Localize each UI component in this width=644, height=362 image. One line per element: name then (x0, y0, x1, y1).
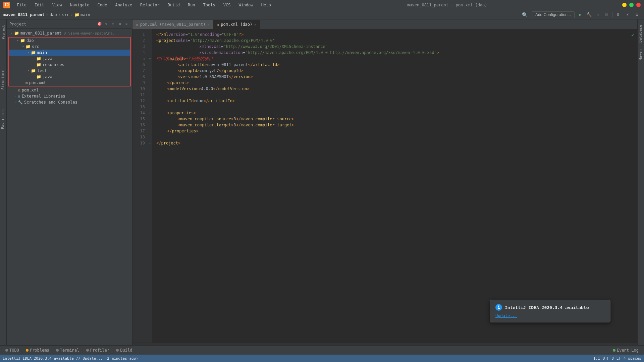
tree-item-parent-pom[interactable]: › m pom.xml (7, 87, 132, 93)
status-bar: IntelliJ IDEA 2020.3.4 available // Upda… (0, 355, 644, 362)
tree-label-test: test (37, 68, 47, 73)
gear-icon[interactable]: ⚙ (633, 11, 641, 18)
tree-item-test-java[interactable]: › 📁 java (9, 74, 130, 80)
tree-item-dao[interactable]: ▾ 📁 dao (9, 38, 130, 44)
structure-panel-tab[interactable]: Structure (0, 68, 6, 91)
tree-item-java[interactable]: › 📁 java (9, 56, 130, 62)
code-line-8: <version>1.0-SNAPSHOT</version> (156, 74, 627, 80)
collapse-all-icon[interactable]: ⊟ (110, 21, 116, 27)
stop-button[interactable]: ⏹ (603, 11, 610, 18)
tree-item-resources[interactable]: › 📁 resources (9, 62, 130, 68)
problems-tab[interactable]: Problems (23, 347, 52, 353)
tree-item-main[interactable]: ▾ 📁 main (9, 50, 130, 56)
build-button[interactable]: 🔨 (585, 11, 593, 18)
breadcrumb-dao[interactable]: dao (50, 12, 57, 17)
locate-icon[interactable]: 🎯 (97, 21, 103, 27)
fold-icon-19[interactable]: ▿ (148, 140, 152, 146)
editor-area: m pom.xml (maven_0811_parent) ✕ m pom.xm… (132, 19, 637, 345)
tab-parent-pom[interactable]: m pom.xml (maven_0811_parent) ✕ (132, 20, 213, 29)
menu-run[interactable]: Run (186, 2, 197, 8)
refresh-button[interactable]: ↻ (594, 11, 601, 18)
chinese-annotation: 自己项目也是一个完整的项目 (156, 56, 213, 62)
code-line-13 (156, 104, 627, 110)
tree-label-test-java: java (43, 74, 52, 79)
favorites-panel-tab[interactable]: Favorites (0, 108, 6, 131)
tab-close-dao[interactable]: ✕ (254, 23, 256, 26)
code-line-9: </parent> (156, 80, 627, 86)
tree-label-resources: resources (43, 62, 64, 67)
menu-refactor[interactable]: Refactor (139, 2, 161, 8)
breadcrumb-src[interactable]: src (62, 12, 69, 17)
breadcrumb-project[interactable]: maven_0811_parent (3, 12, 45, 17)
fold-icon-5[interactable]: ▿ (148, 56, 152, 62)
problems-label: Problems (30, 348, 49, 353)
menu-help[interactable]: Help (260, 2, 272, 8)
menu-file[interactable]: File (15, 2, 28, 8)
run-toolbar: ▶ 🔨 ↻ ⏹ (577, 11, 610, 18)
menu-edit[interactable]: Edit (33, 2, 46, 8)
event-log-tab[interactable]: Event Log (610, 347, 641, 353)
database-panel-tab[interactable]: Database (638, 22, 644, 45)
encoding-indicator[interactable]: UTF-8 (603, 356, 614, 361)
power-button[interactable]: ⚡ (624, 11, 631, 18)
menu-analyze[interactable]: Analyze (114, 2, 133, 8)
code-line-10: <modelVersion>4.0.0</modelVersion> (156, 86, 627, 92)
tree-item-dao-pom[interactable]: › m pom.xml (9, 80, 130, 86)
terminal-label: Terminal (60, 348, 79, 353)
maximize-button[interactable] (629, 3, 634, 7)
status-message[interactable]: IntelliJ IDEA 2020.3.4 available // Upda… (3, 356, 138, 361)
close-panel-icon[interactable]: ✕ (123, 21, 129, 27)
caret-position[interactable]: 1:1 (593, 356, 600, 361)
tree-item-root[interactable]: ▾ 📁 maven_0811_parent D:\java-maven-spac… (7, 30, 132, 36)
add-configuration-button[interactable]: Add Configuration... (532, 11, 575, 18)
menu-navigate[interactable]: Navigate (69, 2, 91, 8)
tree-item-test[interactable]: ▾ 📁 test (9, 68, 130, 74)
code-editor[interactable]: <?xml version="1.0" encoding="UTF-8"?> <… (152, 29, 631, 343)
profiler-tab[interactable]: Profiler (84, 347, 112, 353)
title-bar: IJ File Edit View Navigate Code Analyze … (0, 0, 644, 10)
minimize-button[interactable] (622, 3, 627, 7)
tree-label-ext-libs: External Libraries (22, 94, 65, 99)
todo-tab[interactable]: TODO (3, 347, 22, 353)
tree-item-src[interactable]: ▾ 📁 src (9, 44, 130, 50)
tree-item-scratches[interactable]: › 🔧 Scratches and Consoles (7, 99, 132, 105)
code-line-12: <artifactId>dao</artifactId> (156, 98, 627, 104)
panel-header-icons: 🎯 ⇅ ⊟ ⚙ ✕ (97, 21, 129, 27)
breadcrumb-main[interactable]: main (80, 12, 90, 17)
close-button[interactable] (636, 3, 641, 7)
indent-indicator[interactable]: 4 spaces (624, 356, 641, 361)
expand-all-icon[interactable]: ⇅ (103, 21, 109, 27)
menu-code[interactable]: Code (96, 2, 109, 8)
fold-icon-14[interactable]: ▿ (148, 110, 152, 116)
settings-icon[interactable]: ⚙ (117, 21, 123, 27)
tree-label-dao-pom: pom.xml (29, 80, 46, 85)
code-line-4: xsi:schemaLocation="http://maven.apache.… (156, 50, 627, 56)
tab-dao-pom[interactable]: m pom.xml (dao) ✕ (213, 20, 260, 29)
tab-label-parent: pom.xml (maven_0811_parent) (140, 22, 206, 27)
project-panel-title: Project (9, 22, 95, 26)
menu-vcs[interactable]: VCS (222, 2, 232, 8)
menu-tools[interactable]: Tools (202, 2, 217, 8)
terminal-indicator (56, 349, 59, 352)
tab-icon-dao: m (217, 22, 219, 27)
notification-header: i IntelliJ IDEA 2020.3.4 available (495, 304, 605, 311)
project-tree: ▾ 📁 maven_0811_parent D:\java-maven-spac… (7, 29, 132, 345)
menu-view[interactable]: View (51, 2, 63, 8)
notification-title: IntelliJ IDEA 2020.3.4 available (505, 305, 589, 310)
terminal-tab[interactable]: Terminal (53, 347, 82, 353)
window-title: maven_0811_parent - pom.xml (dao) (407, 3, 487, 7)
layout-button[interactable]: ⊞ (614, 11, 622, 18)
tree-item-ext-libs[interactable]: › ⊞ External Libraries (7, 93, 132, 99)
tab-close-parent[interactable]: ✕ (208, 23, 210, 26)
notification-update-link[interactable]: Update... (495, 313, 517, 318)
maven-panel-tab[interactable]: Maven (638, 47, 644, 63)
line-separator-indicator[interactable]: LF (616, 356, 621, 361)
project-panel-icon[interactable]: Project (1, 22, 6, 42)
horizontal-scrollbar[interactable] (132, 343, 637, 345)
search-button[interactable]: 🔍 (520, 11, 530, 18)
menu-build[interactable]: Build (166, 2, 181, 8)
build-tab[interactable]: Build (113, 347, 135, 353)
app-logo: IJ (3, 2, 10, 8)
menu-window[interactable]: Window (237, 2, 254, 8)
run-button[interactable]: ▶ (577, 11, 584, 18)
